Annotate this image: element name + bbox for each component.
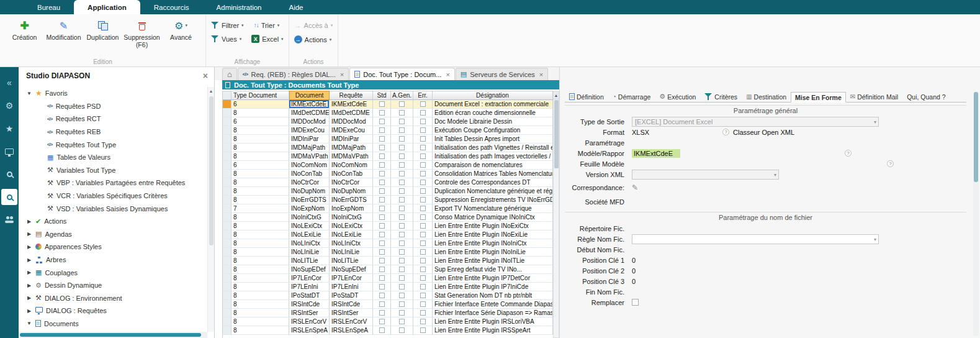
row-selector[interactable] [223, 196, 232, 204]
checkbox[interactable] [379, 267, 385, 272]
modification-button[interactable]: ✎Modification [44, 17, 83, 42]
checkbox[interactable] [420, 136, 426, 142]
table-row[interactable]: 8INoLIniCtxINoLIniCtxLien Entre Entite P… [223, 239, 553, 248]
checkbox[interactable] [379, 310, 385, 316]
column-header-std[interactable]: Std [373, 91, 391, 100]
tree-item-dialog-requetes[interactable]: ▶DIALOG : Requêtes [19, 304, 207, 317]
checkbox[interactable] [379, 136, 385, 142]
checkbox[interactable] [399, 267, 405, 272]
row-selector[interactable] [223, 170, 232, 178]
vues-button[interactable]: Vues▾ [211, 35, 241, 43]
checkbox[interactable] [420, 119, 426, 124]
checkbox[interactable] [399, 310, 405, 316]
tab-doc-tout-type-docum[interactable]: Doc. Tout Type : Docum...× [349, 68, 455, 80]
avance-button[interactable]: ⚙▾Avancé [161, 17, 200, 42]
column-header-err[interactable]: Err. [413, 91, 433, 100]
checkbox[interactable] [379, 232, 385, 237]
expand-arrow-icon[interactable]: ▶ [26, 231, 32, 237]
checkbox[interactable] [399, 223, 405, 229]
row-selector[interactable] [223, 326, 232, 335]
tab-qui-quand[interactable]: Qui, Quand ? [902, 91, 950, 102]
panel-scrollbar[interactable] [973, 92, 979, 336]
checkbox[interactable] [399, 206, 405, 211]
row-selector[interactable] [223, 135, 232, 144]
scrollbar-thumb[interactable] [974, 92, 978, 182]
row-selector[interactable] [223, 283, 232, 291]
checkbox[interactable] [420, 162, 426, 168]
regle-nom-fic-select[interactable] [632, 234, 879, 244]
expand-arrow-icon[interactable]: ▶ [26, 283, 32, 288]
checkbox[interactable] [399, 162, 405, 168]
position-cle-2-value[interactable]: 0 [632, 267, 636, 275]
row-selector[interactable] [223, 231, 232, 239]
help-icon[interactable] [845, 150, 852, 157]
acces-a-button[interactable]: →Accès à▾ [294, 21, 333, 30]
checkbox[interactable] [399, 171, 405, 176]
tab-demarrage[interactable]: ◔Démarrage [608, 91, 655, 102]
strip-gear-icon[interactable]: ⚙ [0, 94, 19, 117]
table-row[interactable]: 8INoErrGDTSINoErrGDTSSuppression Enregis… [223, 196, 553, 204]
row-selector[interactable] [223, 117, 232, 126]
tree-item-agendas[interactable]: ▶▤Agendas [19, 228, 207, 241]
checkbox[interactable] [420, 310, 426, 316]
expand-arrow-icon[interactable]: ▶ [26, 219, 32, 224]
checkbox[interactable] [420, 110, 426, 116]
checkbox[interactable] [420, 249, 426, 255]
table-row[interactable]: 8INoConTabINoConTabConsolidation Matrice… [223, 170, 553, 178]
checkbox[interactable] [379, 301, 385, 307]
table-row[interactable]: 8INoLIniLieINoLIniLieLien Entre Entite P… [223, 248, 553, 257]
help-icon[interactable] [887, 160, 894, 167]
checkbox[interactable] [399, 293, 405, 298]
menu-bureau[interactable]: Bureau [24, 0, 74, 14]
strip-monitor-icon[interactable] [0, 140, 19, 163]
position-cle-1-value[interactable]: 0 [632, 257, 636, 264]
checkbox[interactable] [420, 301, 426, 307]
checkbox[interactable] [379, 284, 385, 290]
tab-req-reb-regles-dial[interactable]: </>Req. (REB) : Règles DIAL...× [238, 68, 349, 80]
expand-arrow-icon[interactable]: ▶ [26, 244, 32, 250]
row-selector[interactable] [223, 109, 232, 117]
type-de-sortie-select[interactable]: [EXCEL] Document Excel [632, 117, 879, 127]
checkbox[interactable] [420, 327, 426, 333]
column-header-type-document[interactable]: Type Document [232, 91, 289, 100]
table-row[interactable]: 6IMDDocModIMDDocModDoc Modele Librairie … [223, 117, 553, 126]
checkbox[interactable] [420, 275, 426, 281]
tree-item-variables-tout-type[interactable]: ⚒Variables Tout Type [19, 164, 207, 177]
checkbox[interactable] [379, 110, 385, 116]
row-selector[interactable] [223, 187, 232, 196]
close-icon[interactable]: × [340, 71, 344, 78]
strip-star-icon[interactable]: ★ [0, 117, 19, 140]
tree-item-dessin-dynamique[interactable]: ▶⚙Dessin Dynamique [19, 279, 207, 292]
checkbox[interactable] [379, 240, 385, 246]
column-header-requete[interactable]: Requête [330, 91, 373, 100]
checkbox[interactable] [420, 267, 426, 272]
grid-scrollbar[interactable]: ▲ [553, 91, 559, 338]
checkbox[interactable] [420, 101, 426, 107]
strip-collapse-icon[interactable]: « [0, 71, 19, 94]
table-row[interactable]: 8IP7LEnCorIP7LEnCorLien Entre Entite Plu… [223, 274, 553, 283]
duplication-button[interactable]: Duplication [83, 17, 122, 42]
row-selector[interactable] [223, 291, 232, 300]
actions-button[interactable]: →Actions▾ [294, 35, 332, 43]
tab-serveurs-de-services[interactable]: ▤Serveurs de Services× [456, 68, 548, 80]
close-icon[interactable]: × [539, 71, 543, 78]
scrollbar-thumb[interactable] [554, 100, 559, 168]
tab-home[interactable]: ⌂ [222, 68, 237, 80]
expand-arrow-icon[interactable]: ▶ [26, 308, 32, 314]
tree-item-vcr-variables-specifiques-criteres[interactable]: ⚒VCR : Variables Spécifiques Critères [19, 190, 207, 203]
tree-item-tables-de-valeurs[interactable]: ▦Tables de Valeurs [19, 151, 207, 164]
table-row[interactable]: 8IMDExeCouIMDExeCouExécution Coupe Confi… [223, 126, 553, 135]
trier-button[interactable]: ↑↓Trier▾ [254, 21, 280, 29]
menu-administration[interactable]: Administration [203, 0, 276, 14]
tree-item-dialog-environnement[interactable]: ▶⚒DIALOG : Environnement [19, 292, 207, 305]
checkbox[interactable] [399, 319, 405, 324]
checkbox[interactable] [420, 127, 426, 133]
collapse-arrow-icon[interactable]: ▼ [26, 91, 32, 96]
checkbox[interactable] [399, 110, 405, 116]
expand-arrow-icon[interactable]: ▶ [26, 257, 32, 263]
tree-item-vbp-variables-partagees-entre-requetes[interactable]: ⚒VBP : Variables Partagées entre Requête… [19, 176, 207, 190]
checkbox[interactable] [399, 240, 405, 246]
checkbox[interactable] [420, 319, 426, 324]
creation-button[interactable]: ✚Création [5, 17, 44, 42]
scroll-up-icon[interactable]: ▲ [554, 91, 559, 99]
